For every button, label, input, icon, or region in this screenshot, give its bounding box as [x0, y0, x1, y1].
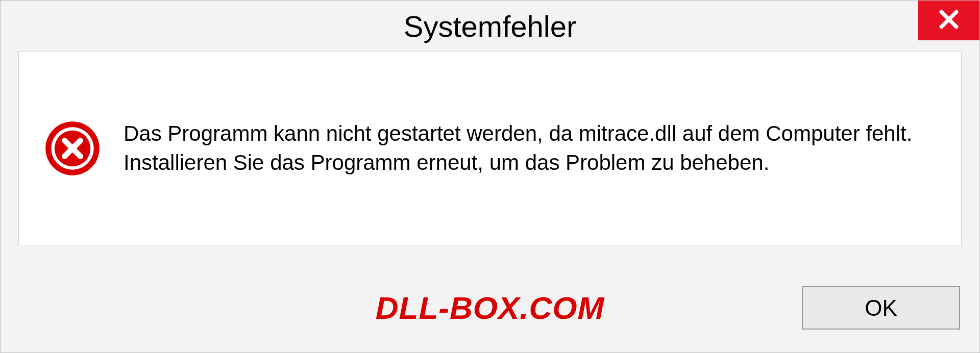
- titlebar: Systemfehler: [1, 1, 979, 52]
- watermark-text: DLL-BOX.COM: [376, 290, 604, 326]
- content-area: Das Programm kann nicht gestartet werden…: [18, 52, 962, 245]
- error-icon: [44, 120, 101, 176]
- dialog-title: Systemfehler: [404, 9, 576, 43]
- footer: DLL-BOX.COM OK: [1, 263, 979, 352]
- error-message: Das Programm kann nicht gestartet werden…: [124, 119, 936, 177]
- close-icon: [938, 8, 960, 33]
- close-button[interactable]: [918, 1, 979, 40]
- ok-button[interactable]: OK: [802, 286, 960, 330]
- error-dialog: Systemfehler Das Programm kann nicht ges…: [0, 0, 980, 353]
